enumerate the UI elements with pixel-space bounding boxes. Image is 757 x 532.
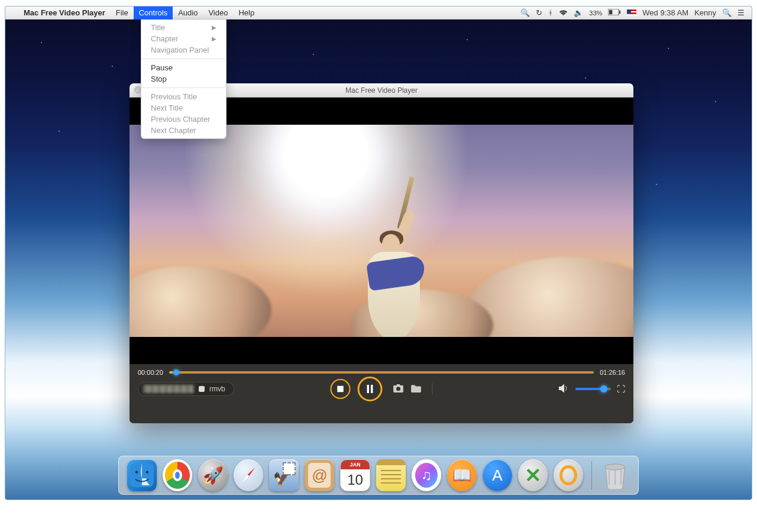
spotlight-mini-icon[interactable]: 🔍: [520, 8, 530, 17]
menubar-user[interactable]: Kenny: [694, 8, 716, 17]
total-time: 01:26:16: [600, 369, 625, 376]
dock-finder[interactable]: [127, 459, 157, 491]
input-source-flag-icon[interactable]: [627, 9, 636, 16]
dock-separator: [591, 461, 592, 489]
battery-icon[interactable]: [608, 8, 621, 17]
menu-item-previous-chapter: Previous Chapter: [141, 113, 226, 125]
menu-file[interactable]: File: [111, 7, 134, 20]
video-frame: [130, 125, 633, 337]
menu-item-next-chapter: Next Chapter: [141, 125, 226, 136]
spotlight-icon[interactable]: 🔍: [722, 8, 732, 17]
wifi-icon[interactable]: [559, 8, 568, 17]
bluetooth-icon[interactable]: ᚼ: [548, 8, 553, 17]
dock-launchpad[interactable]: 🚀: [198, 459, 228, 491]
svg-rect-1: [620, 11, 621, 14]
now-playing-pill[interactable]: rmvb: [138, 382, 234, 396]
dock-trash[interactable]: [600, 459, 630, 491]
stop-button[interactable]: [331, 379, 351, 399]
menu-controls[interactable]: Controls: [134, 7, 173, 20]
pause-button[interactable]: [358, 377, 383, 401]
player-controls-panel: 00:00:20 01:26:16 rmvb: [130, 364, 633, 423]
dock-app-ring[interactable]: [554, 459, 583, 491]
volume-icon[interactable]: [559, 384, 570, 395]
dock-calendar[interactable]: JAN10: [340, 459, 370, 491]
svg-rect-3: [337, 386, 344, 392]
controls-dropdown: Title▶ Chapter▶ Navigation Panel Pause S…: [141, 20, 227, 139]
volume-status-icon[interactable]: 🔈: [574, 8, 583, 17]
svg-rect-4: [367, 385, 370, 393]
dock-chrome[interactable]: [163, 459, 192, 491]
menubar-clock[interactable]: Wed 9:38 AM: [642, 8, 688, 17]
svg-rect-5: [371, 385, 373, 393]
menu-item-stop[interactable]: Stop: [141, 73, 226, 85]
volume-thumb[interactable]: [600, 385, 607, 392]
menu-help[interactable]: Help: [233, 7, 260, 20]
menu-item-title: Title▶: [141, 22, 226, 33]
svg-point-7: [135, 471, 138, 473]
menubar-status: 🔍 ↻ ᚼ 🔈 33% Wed 9:38 AM Kenny 🔍 ☰: [520, 8, 745, 17]
fullscreen-button[interactable]: ⛶: [617, 384, 625, 394]
elapsed-time: 00:00:20: [138, 369, 163, 376]
volume-slider[interactable]: [575, 388, 611, 390]
svg-point-9: [605, 464, 625, 470]
seek-thumb[interactable]: [173, 369, 179, 375]
dock-contacts[interactable]: @: [305, 459, 334, 491]
dock-mail[interactable]: 🦅: [269, 459, 299, 491]
dock-safari[interactable]: [234, 459, 263, 491]
snapshot-button[interactable]: [393, 384, 404, 394]
menubar: Mac Free Video Player File Controls Audi…: [5, 7, 752, 20]
menu-item-navigation-panel: Navigation Panel: [141, 44, 226, 56]
window-title: Mac Free Video Player: [345, 86, 418, 95]
menu-item-pause[interactable]: Pause: [141, 62, 226, 73]
dock-app-x[interactable]: ✕: [518, 459, 548, 491]
timemachine-icon[interactable]: ↻: [536, 8, 542, 17]
menu-audio[interactable]: Audio: [173, 7, 203, 20]
menu-item-chapter: Chapter▶: [141, 33, 226, 44]
svg-point-8: [146, 471, 148, 473]
dock-notes[interactable]: [376, 459, 406, 491]
menu-video[interactable]: Video: [203, 7, 233, 20]
file-extension: rmvb: [209, 385, 225, 393]
dock-itunes[interactable]: ♫: [412, 459, 441, 491]
svg-rect-2: [609, 10, 613, 14]
seek-bar[interactable]: [169, 371, 594, 374]
menu-item-next-title: Next Title: [141, 102, 226, 113]
dock-ibooks[interactable]: 📖: [447, 459, 477, 491]
open-file-button[interactable]: [411, 384, 422, 394]
dock: 🚀 🦅 @ JAN10 ♫ 📖 A ✕: [118, 456, 639, 495]
app-name[interactable]: Mac Free Video Player: [18, 8, 111, 17]
filename-redacted: [143, 385, 194, 393]
dock-appstore[interactable]: A: [483, 459, 512, 491]
battery-percent[interactable]: 33%: [589, 9, 602, 17]
menu-item-previous-title: Previous Title: [141, 91, 226, 102]
notification-center-icon[interactable]: ☰: [737, 8, 745, 17]
